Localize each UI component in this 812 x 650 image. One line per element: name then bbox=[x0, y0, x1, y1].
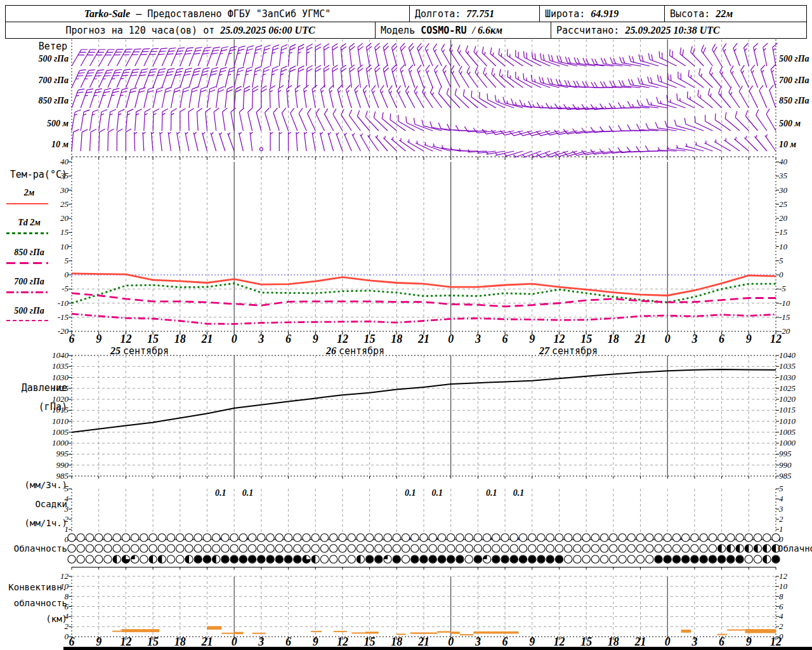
hour-label: 9 bbox=[746, 333, 752, 345]
footer bbox=[63, 647, 812, 650]
precip-value-label: 0.1 bbox=[405, 488, 416, 498]
pressure-panel-label: Давление bbox=[1, 382, 67, 394]
tick-label: 6 bbox=[779, 602, 783, 611]
tick-label: 0 bbox=[65, 270, 69, 279]
latitude-value: 64.919 bbox=[591, 8, 619, 19]
tick-label: -5 bbox=[779, 284, 786, 293]
hour-label: 9 bbox=[96, 333, 102, 345]
precip-value-label: 0.1 bbox=[513, 488, 525, 498]
latitude-label: Широта: bbox=[545, 8, 585, 20]
tick-label: 4 bbox=[779, 611, 783, 621]
tick-label: 8 bbox=[779, 592, 783, 601]
hour-label: 6 bbox=[69, 333, 75, 345]
wind-level-label: 500 м bbox=[779, 119, 801, 128]
tick-label: 990 bbox=[56, 460, 69, 470]
convective-bar bbox=[207, 626, 222, 630]
tick-label: 4 bbox=[779, 494, 783, 503]
tick-label: 1 bbox=[779, 524, 783, 534]
hour-label: 12 bbox=[120, 333, 131, 345]
tick-label: 0 bbox=[65, 632, 69, 641]
tick-label: 1000 bbox=[52, 438, 69, 448]
tick-label: 30 bbox=[778, 185, 788, 195]
altitude-label: Высота: bbox=[670, 8, 710, 20]
run-time: 25.09.2025 06:00 UTC bbox=[220, 25, 315, 36]
tick-label: 3 bbox=[778, 504, 783, 514]
model-resolution: / 6.6км bbox=[473, 25, 503, 36]
wind-level-label: 850 гПа bbox=[38, 96, 69, 105]
convective-bar bbox=[121, 629, 159, 632]
tick-label: 30 bbox=[60, 185, 69, 195]
hour-label: 12 bbox=[120, 635, 131, 648]
hour-label: 15 bbox=[580, 635, 592, 648]
longitude-label: Долгота: bbox=[415, 8, 461, 20]
hour-label: 21 bbox=[417, 333, 429, 345]
hour-label: 9 bbox=[746, 635, 752, 648]
station-cell: Tarko-Sale — Предоставлено ФГБУ "ЗапСиб … bbox=[6, 6, 409, 22]
tick-label: 10 bbox=[779, 242, 788, 251]
forecast-label: Прогноз на 120 часа(ов) от bbox=[65, 25, 214, 36]
station-name: Tarko-Sale bbox=[84, 8, 130, 19]
tick-label: 10 bbox=[60, 242, 69, 251]
tick-label: 985 bbox=[56, 471, 69, 481]
legend-t500-label: 500 гПа bbox=[4, 306, 55, 316]
tick-label: 1000 bbox=[779, 438, 796, 448]
wind-level-label: 700 гПа bbox=[779, 76, 809, 85]
legend-t850-label: 850 гПа bbox=[4, 248, 55, 258]
hour-label: 18 bbox=[391, 333, 402, 345]
tick-label: 1005 bbox=[52, 427, 69, 437]
wind-level-label: 500 м bbox=[47, 119, 69, 128]
wind-level-label: 850 гПа bbox=[779, 96, 809, 105]
convective-bar bbox=[410, 632, 438, 633]
tick-label: 2 bbox=[779, 514, 783, 524]
convective-bar bbox=[221, 633, 234, 634]
hour-label: 21 bbox=[417, 635, 429, 648]
tick-label: 1030 bbox=[52, 373, 69, 382]
clouds-panel-label-right: Облачность bbox=[778, 543, 812, 554]
wind-level-label: 500 гПа bbox=[38, 54, 69, 63]
clouds-panel-label: Облачность bbox=[1, 543, 67, 554]
hour-label: 15 bbox=[364, 333, 376, 345]
hour-label: 6 bbox=[285, 635, 291, 648]
convective-bar bbox=[112, 631, 121, 632]
hour-label: 18 bbox=[174, 635, 186, 648]
tick-label: 1035 bbox=[52, 361, 69, 371]
hour-label: 0 bbox=[448, 635, 454, 648]
wind-level-label: 700 гПа bbox=[38, 76, 69, 85]
calc-cell: Рассчитано: 25.09.2025 10:38 UTC bbox=[551, 22, 806, 38]
model-name: COSMO-RU bbox=[421, 25, 466, 36]
tick-label: 1015 bbox=[779, 405, 796, 415]
hour-label: 0 bbox=[232, 333, 237, 345]
hour-label: 21 bbox=[634, 333, 646, 345]
tick-label: 20 bbox=[779, 213, 788, 223]
tick-label: -15 bbox=[58, 312, 69, 322]
hour-label: 12 bbox=[553, 333, 565, 345]
hour-label: 6 bbox=[502, 635, 508, 648]
hour-label: 9 bbox=[529, 635, 535, 648]
calc-label: Рассчитано: bbox=[556, 25, 619, 36]
hour-label: 18 bbox=[608, 635, 619, 648]
tick-label: 40 bbox=[60, 157, 69, 166]
meteogram-page: Tarko-Sale — Предоставлено ФГБУ "ЗапСиб … bbox=[0, 0, 812, 650]
cloud-row-2 bbox=[68, 545, 780, 552]
tick-label: 1040 bbox=[779, 350, 796, 360]
legend-t850-line bbox=[6, 262, 48, 264]
hour-label: 6 bbox=[719, 635, 724, 648]
hour-label: 0 bbox=[665, 635, 671, 648]
tick-label: -10 bbox=[58, 298, 69, 308]
tick-label: 35 bbox=[778, 171, 788, 180]
latitude-cell: Широта: 64.919 bbox=[539, 6, 664, 22]
date-label: 27 сентября bbox=[539, 345, 598, 357]
precip-value-label: 0.1 bbox=[242, 488, 254, 498]
meteogram-chart: 40403535303025252020151510105500-5-5-10-… bbox=[0, 0, 812, 650]
hour-label: 0 bbox=[665, 333, 671, 345]
date-label: 25 сентября bbox=[110, 345, 169, 357]
hour-label: 3 bbox=[691, 333, 697, 345]
precip-value-label: 0.1 bbox=[215, 488, 226, 498]
hour-label: 12 bbox=[337, 333, 348, 345]
conv-panel-label-1: Конвективн. bbox=[1, 582, 67, 592]
tick-label: 5 bbox=[779, 484, 783, 493]
hour-label: 12 bbox=[770, 333, 782, 345]
hour-label: 6 bbox=[502, 333, 508, 345]
legend-t2m-line bbox=[6, 203, 48, 204]
legend-t2m-label: 2м bbox=[4, 188, 55, 198]
